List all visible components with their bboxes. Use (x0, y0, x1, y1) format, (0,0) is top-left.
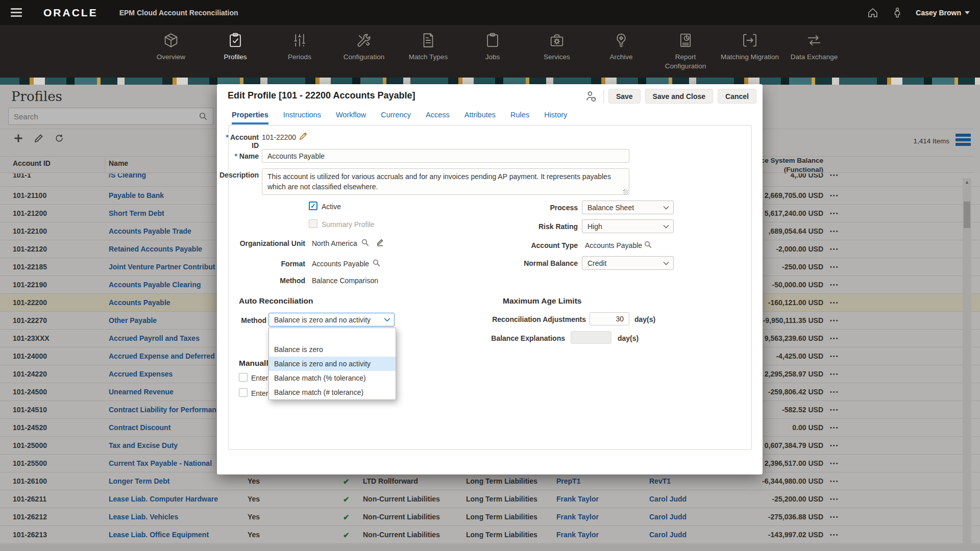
configuration-icon (355, 32, 373, 49)
process-select[interactable]: Balance Sheet (582, 201, 674, 214)
nav-item-configuration[interactable]: Configuration (332, 25, 396, 78)
person-icon[interactable] (892, 7, 902, 18)
tab-currency[interactable]: Currency (381, 111, 411, 124)
dialog-tabs: PropertiesInstructionsWorkflowCurrencyAc… (232, 111, 567, 124)
format-label: Format (217, 260, 305, 268)
nav-item-label: Configuration (344, 53, 384, 62)
banner-pattern (0, 78, 980, 85)
data-exchange-icon (805, 32, 823, 49)
nav-item-label: Matching Migration (721, 53, 779, 62)
auto-method-label: Method (217, 316, 266, 324)
reconciliation-adjustments-unit: day(s) (634, 315, 655, 323)
account-type-label: Account Type (472, 241, 578, 249)
nav-item-label: Services (544, 53, 570, 62)
reconciliation-adjustments-input[interactable] (590, 312, 629, 325)
chevron-down-icon (663, 206, 669, 210)
risk-rating-value: High (587, 222, 602, 231)
auto-reconciliation-heading: Auto Reconciliation (239, 296, 313, 306)
auto-method-select[interactable]: Balance is zero and no activity (268, 313, 395, 327)
organizational-unit-label: Organizational Unit (217, 239, 305, 247)
nav-item-periods[interactable]: Periods (267, 25, 332, 78)
normal-balance-select[interactable]: Credit (582, 256, 674, 270)
nav-item-label: Report Configuration (655, 53, 716, 70)
home-icon[interactable] (867, 7, 879, 19)
nav-item-profiles[interactable]: Profiles (203, 25, 267, 78)
format-value: Accounts Payable (312, 260, 369, 268)
edit-account-id-icon[interactable] (299, 131, 308, 141)
chevron-down-icon (663, 261, 669, 265)
tab-instructions[interactable]: Instructions (283, 111, 321, 124)
summary-profile-label: Summary Profile (322, 220, 374, 229)
tab-history[interactable]: History (544, 111, 567, 124)
svg-text:?: ? (593, 97, 595, 101)
maximum-age-limits-heading: Maximum Age Limits (503, 296, 581, 306)
hamburger-icon[interactable] (11, 8, 22, 17)
organizational-unit-search-icon[interactable] (361, 238, 370, 247)
oracle-logo: ORACLE (43, 7, 98, 19)
format-search-icon[interactable] (372, 259, 381, 267)
balance-explanations-input[interactable] (571, 331, 611, 344)
dropdown-option-2[interactable]: Balance is zero and no activity (269, 357, 396, 371)
normal-balance-label: Normal Balance (472, 259, 578, 267)
balance-explanations-label: Balance Explanations (472, 334, 565, 342)
manually-section-heading: Manually (239, 359, 273, 368)
archive-icon (612, 32, 630, 49)
save-button[interactable]: Save (608, 89, 641, 104)
services-icon (548, 32, 566, 49)
chevron-down-icon (965, 11, 970, 14)
process-value: Balance Sheet (587, 204, 634, 212)
tab-properties[interactable]: Properties (232, 111, 268, 124)
nav-item-archive[interactable]: Archive (589, 25, 653, 78)
description-input[interactable] (262, 168, 629, 195)
matching-migration-icon (741, 32, 758, 49)
assistant-icon[interactable]: ? (584, 90, 597, 103)
tab-rules[interactable]: Rules (510, 111, 529, 124)
app-title: EPM Cloud Account Reconciliation (119, 9, 238, 17)
risk-rating-select[interactable]: High (582, 219, 674, 233)
nav-item-label: Overview (157, 53, 185, 62)
dropdown-option-3[interactable]: Balance match (% tolerance) (269, 371, 396, 385)
user-name: Casey Brown (916, 9, 961, 17)
jobs-icon (484, 32, 501, 49)
resize-handle[interactable] (623, 189, 628, 194)
dropdown-option-4[interactable]: Balance match (# tolerance) (269, 385, 396, 399)
active-label: Active (322, 203, 341, 211)
name-input[interactable] (262, 149, 629, 163)
nav-item-label: Profiles (224, 53, 247, 62)
auto-method-value: Balance is zero and no activity (274, 316, 371, 324)
tab-workflow[interactable]: Workflow (336, 111, 366, 124)
nav-item-overview[interactable]: Overview (139, 25, 203, 78)
dropdown-option-0[interactable] (269, 328, 396, 342)
chevron-down-icon (663, 224, 669, 229)
cancel-button[interactable]: Cancel (718, 89, 756, 104)
nav-item-match-types[interactable]: Match Types (396, 25, 460, 78)
edit-profile-dialog: Edit Profile [101 - 22200 Accounts Payab… (217, 84, 763, 474)
nav-item-label: Data Exchange (791, 53, 838, 62)
nav-item-label: Periods (288, 53, 311, 62)
manual-option-checkbox-1[interactable] (239, 373, 248, 382)
dropdown-option-1[interactable]: Balance is zero (269, 342, 396, 357)
summary-profile-checkbox[interactable] (309, 219, 317, 228)
organizational-unit-edit-icon[interactable] (375, 237, 385, 247)
account-type-search-icon[interactable] (644, 240, 652, 249)
nav-item-report-configuration[interactable]: Report Configuration (653, 25, 718, 78)
nav-item-services[interactable]: Services (525, 25, 589, 78)
active-checkbox[interactable]: ✓ (309, 202, 317, 210)
nav-item-data-exchange[interactable]: Data Exchange (782, 25, 846, 78)
organizational-unit-value: North America (312, 239, 357, 247)
save-and-close-button[interactable]: Save and Close (645, 89, 714, 104)
nav-item-matching-migration[interactable]: Matching Migration (718, 25, 782, 78)
manual-option-checkbox-2[interactable] (239, 388, 248, 397)
tab-access[interactable]: Access (426, 111, 450, 124)
report-configuration-icon (677, 32, 694, 49)
user-menu[interactable]: Casey Brown (916, 9, 970, 17)
periods-icon (291, 32, 308, 49)
process-label: Process (472, 204, 578, 212)
dialog-title: Edit Profile [101 - 22200 Accounts Payab… (228, 90, 415, 101)
nav-item-jobs[interactable]: Jobs (460, 25, 525, 78)
tab-attributes[interactable]: Attributes (464, 111, 496, 124)
nav-item-label: Match Types (409, 53, 448, 62)
nav-item-label: Jobs (485, 53, 500, 62)
risk-rating-label: Risk Rating (472, 222, 578, 231)
reconciliation-adjustments-label: Reconciliation Adjustments (472, 315, 586, 323)
